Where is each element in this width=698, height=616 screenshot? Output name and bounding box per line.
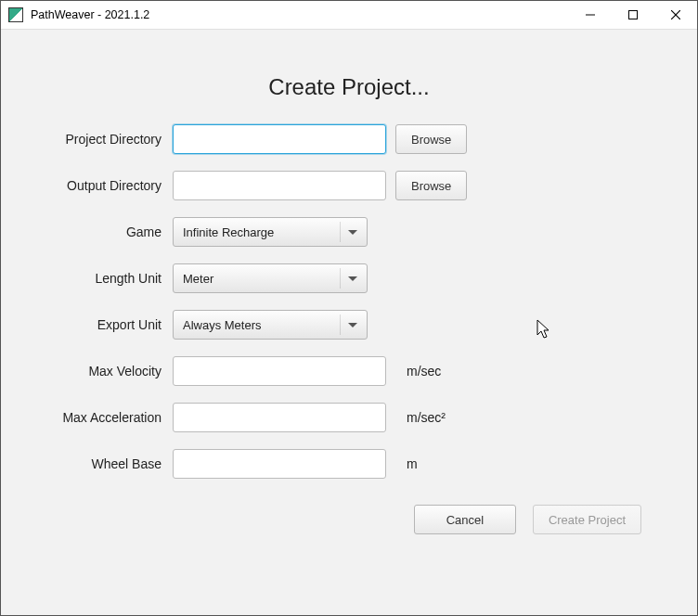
chevron-down-icon xyxy=(348,323,357,327)
combo-divider xyxy=(340,268,341,289)
create-project-button[interactable]: Create Project xyxy=(533,505,641,534)
label-project-directory: Project Directory xyxy=(47,132,173,147)
cancel-button[interactable]: Cancel xyxy=(414,505,516,534)
export-unit-select-value: Always Meters xyxy=(183,318,348,332)
app-icon xyxy=(8,7,23,22)
minimize-icon xyxy=(586,10,595,19)
unit-max-velocity: m/sec xyxy=(407,364,441,379)
row-export-unit: Export Unit Always Meters xyxy=(47,310,651,340)
field-wrap: Always Meters xyxy=(173,310,368,340)
titlebar: PathWeaver - 2021.1.2 xyxy=(1,1,697,30)
browse-project-directory-button[interactable]: Browse xyxy=(395,124,467,154)
label-game: Game xyxy=(47,225,173,239)
svg-rect-1 xyxy=(629,11,638,19)
row-game: Game Infinite Recharge xyxy=(47,217,651,247)
app-window: PathWeaver - 2021.1.2 Create Project... … xyxy=(0,0,698,616)
row-max-acceleration: Max Acceleration m/sec² xyxy=(47,403,651,432)
row-output-directory: Output Directory Browse xyxy=(47,171,651,200)
field-wrap: Meter xyxy=(173,263,368,293)
wheel-base-input[interactable] xyxy=(173,449,386,479)
combo-divider xyxy=(340,314,341,335)
output-directory-input[interactable] xyxy=(173,171,386,200)
row-project-directory: Project Directory Browse xyxy=(47,124,651,154)
maximize-icon xyxy=(628,10,638,19)
field-wrap: Infinite Recharge xyxy=(173,217,368,247)
max-acceleration-input[interactable] xyxy=(173,403,386,432)
max-velocity-input[interactable] xyxy=(173,356,386,386)
page-title: Create Project... xyxy=(47,74,651,100)
chevron-down-icon xyxy=(348,230,357,235)
length-unit-select[interactable]: Meter xyxy=(173,263,368,293)
label-export-unit: Export Unit xyxy=(47,317,173,332)
export-unit-select[interactable]: Always Meters xyxy=(173,310,368,340)
chevron-down-icon xyxy=(348,276,357,281)
field-wrap: Browse xyxy=(173,171,467,200)
label-wheel-base: Wheel Base xyxy=(47,456,173,471)
close-icon xyxy=(671,10,680,19)
field-wrap: Browse xyxy=(173,124,467,154)
window-title: PathWeaver - 2021.1.2 xyxy=(31,8,149,21)
field-wrap: m/sec² xyxy=(173,403,446,432)
close-button[interactable] xyxy=(654,1,697,30)
game-select-value: Infinite Recharge xyxy=(183,225,348,239)
field-wrap: m/sec xyxy=(173,356,441,386)
minimize-button[interactable] xyxy=(569,1,612,30)
browse-output-directory-button[interactable]: Browse xyxy=(395,171,467,200)
label-output-directory: Output Directory xyxy=(47,178,173,193)
label-max-acceleration: Max Acceleration xyxy=(47,410,173,425)
client-area: Create Project... Project Directory Brow… xyxy=(1,30,697,615)
unit-wheel-base: m xyxy=(407,456,418,471)
row-wheel-base: Wheel Base m xyxy=(47,449,651,479)
footer-buttons: Cancel Create Project xyxy=(47,505,651,534)
project-directory-input[interactable] xyxy=(173,124,386,154)
label-length-unit: Length Unit xyxy=(47,271,173,286)
row-length-unit: Length Unit Meter xyxy=(47,263,651,293)
label-max-velocity: Max Velocity xyxy=(47,364,173,379)
game-select[interactable]: Infinite Recharge xyxy=(173,217,368,247)
maximize-button[interactable] xyxy=(612,1,654,30)
length-unit-select-value: Meter xyxy=(183,272,348,286)
unit-max-acceleration: m/sec² xyxy=(407,410,446,425)
field-wrap: m xyxy=(173,449,418,479)
combo-divider xyxy=(340,222,341,242)
row-max-velocity: Max Velocity m/sec xyxy=(47,356,651,386)
